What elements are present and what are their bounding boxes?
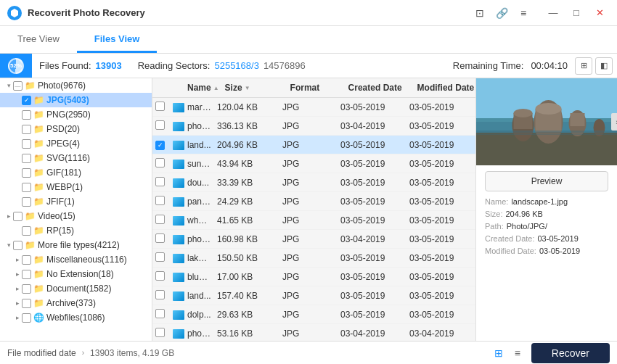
close-button[interactable]: ✕ — [589, 6, 610, 20]
checkbox-more[interactable] — [13, 241, 23, 250]
table-row[interactable]: dolp... 29.63 KB JPG 03-05-2019 03-05-20… — [152, 305, 475, 324]
app-title: Recoverit Photo Recovery — [28, 7, 466, 18]
row-modified: 03-05-2019 — [406, 157, 475, 170]
header-format[interactable]: Format — [287, 81, 346, 94]
header-size[interactable]: Size ▼ — [222, 81, 287, 94]
list-view-button[interactable]: ≡ — [510, 345, 526, 361]
checkbox-png[interactable] — [22, 110, 31, 120]
header-modified[interactable]: Modified Date — [414, 81, 475, 94]
checkbox-psd[interactable] — [22, 125, 31, 134]
row-checkbox[interactable] — [152, 119, 170, 133]
table-row[interactable]: phot... 53.16 KB JPG 03-04-2019 03-04-20… — [152, 324, 475, 341]
tree-item-webp[interactable]: 📁 WEBP(1) — [0, 180, 152, 194]
row-checkbox[interactable] — [152, 270, 170, 284]
tree-item-noext[interactable]: ▸ 📁 No Extension(18) — [0, 267, 152, 281]
tree-item-photo[interactable]: ▾ — 📁 Photo(9676) — [0, 78, 152, 93]
checkbox-jpg[interactable]: ✓ — [22, 96, 31, 105]
globe-icon-web: 🌐 — [33, 313, 44, 323]
tree-item-web[interactable]: ▸ 🌐 Webfiles(1086) — [0, 310, 152, 325]
recover-button[interactable]: Recover — [531, 343, 610, 363]
tb-icon-3[interactable]: ≡ — [515, 5, 531, 21]
row-checkbox[interactable] — [152, 213, 170, 228]
row-format: JPG — [279, 252, 338, 265]
tree-item-more[interactable]: ▾ 📁 More file types(4212) — [0, 238, 152, 252]
tree-item-doc[interactable]: ▸ 📁 Document(1582) — [0, 281, 152, 296]
tree-item-video[interactable]: ▸ 📁 Video(15) — [0, 209, 152, 223]
row-created: 03-05-2019 — [338, 289, 406, 302]
checkbox-web[interactable] — [22, 313, 31, 323]
row-checkbox[interactable] — [152, 307, 170, 322]
row-checkbox[interactable]: ✓ — [152, 138, 170, 152]
checkbox-misc[interactable] — [22, 255, 31, 265]
table-row[interactable]: whal... 41.65 KB JPG 03-05-2019 03-05-20… — [152, 211, 475, 230]
row-checkbox[interactable] — [152, 194, 170, 209]
checkbox-gif[interactable] — [22, 168, 31, 178]
row-created: 03-04-2019 — [338, 327, 406, 340]
file-modified-filter[interactable]: File modified date — [7, 348, 76, 358]
tab-tree-view[interactable]: Tree View — [0, 26, 77, 53]
filter-chevron-icon[interactable]: › — [82, 349, 84, 357]
table-row[interactable]: phot... 160.98 KB JPG 03-04-2019 03-05-2… — [152, 230, 475, 249]
table-row[interactable]: land... 157.40 KB JPG 03-05-2019 03-05-2… — [152, 286, 475, 305]
row-created: 03-05-2019 — [338, 101, 406, 114]
tree-item-png[interactable]: 📁 PNG(2950) — [0, 107, 152, 122]
tree-label-gif: GIF(181) — [46, 167, 81, 178]
checkbox-rp[interactable] — [22, 226, 31, 236]
folder-icon-archive: 📁 — [33, 298, 44, 308]
checkbox-webp[interactable] — [22, 183, 31, 192]
tree-item-rp[interactable]: 📁 RP(15) — [0, 223, 152, 238]
tree-item-gif[interactable]: 📁 GIF(181) — [0, 165, 152, 180]
row-modified: 03-05-2019 — [406, 252, 475, 265]
row-checkbox[interactable] — [152, 251, 170, 265]
maximize-button[interactable]: □ — [566, 6, 587, 20]
row-modified: 03-05-2019 — [406, 195, 475, 208]
grid-view-button[interactable]: ⊞ — [491, 345, 507, 361]
tree-item-psd[interactable]: 📁 PSD(20) — [0, 122, 152, 136]
row-modified: 03-05-2019 — [406, 289, 475, 302]
tree-item-jpg[interactable]: ✓ 📁 JPG(5403) — [0, 93, 152, 107]
row-checkbox[interactable] — [152, 326, 170, 341]
table-row[interactable]: lake.... 150.50 KB JPG 03-05-2019 03-05-… — [152, 249, 475, 268]
row-checkbox[interactable] — [152, 100, 170, 115]
row-checkbox[interactable] — [152, 175, 170, 190]
topbar-icon-1[interactable]: ⊞ — [575, 57, 592, 75]
checkbox-video[interactable] — [13, 212, 23, 221]
table-row[interactable]: mari... 120.04 KB JPG 03-05-2019 03-05-2… — [152, 98, 475, 117]
checkbox-archive[interactable] — [22, 299, 31, 308]
checkbox-jpeg[interactable] — [22, 139, 31, 149]
table-row[interactable]: dou... 33.39 KB JPG 03-05-2019 03-05-201… — [152, 173, 475, 192]
tree-item-jpeg[interactable]: 📁 JPEG(4) — [0, 136, 152, 151]
tree-item-jfif[interactable]: 📁 JFIF(1) — [0, 194, 152, 209]
row-checkbox[interactable] — [152, 157, 170, 171]
checkbox-photo[interactable]: — — [13, 81, 23, 91]
header-created[interactable]: Created Date — [346, 81, 414, 94]
checkbox-noext[interactable] — [22, 270, 31, 279]
preview-panel: › Preview Name: landscape-1.jpg Size: 20… — [475, 78, 617, 341]
tree-item-misc[interactable]: ▸ 📁 Miscellaneous(1116) — [0, 252, 152, 267]
table-row[interactable]: ✓ land... 204.96 KB JPG 03-05-2019 03-05… — [152, 136, 475, 154]
minimize-button[interactable]: — — [543, 6, 563, 20]
checkbox-svg[interactable] — [22, 154, 31, 163]
table-row[interactable]: phot... 336.13 KB JPG 03-04-2019 03-05-2… — [152, 117, 475, 136]
tree-label-noext: No Extension(18) — [46, 269, 114, 279]
row-format: JPG — [279, 138, 338, 152]
row-format: JPG — [279, 327, 338, 340]
checkbox-doc[interactable] — [22, 284, 31, 294]
tree-item-archive[interactable]: ▸ 📁 Archive(373) — [0, 296, 152, 310]
preview-button[interactable]: Preview — [485, 171, 608, 191]
table-row[interactable]: pand... 24.29 KB JPG 03-05-2019 03-05-20… — [152, 192, 475, 211]
table-row[interactable]: suns... 43.94 KB JPG 03-05-2019 03-05-20… — [152, 154, 475, 173]
preview-expand-button[interactable]: › — [611, 113, 617, 131]
folder-icon-misc: 📁 — [33, 255, 44, 265]
row-name: phot... — [184, 233, 214, 246]
topbar-icon-2[interactable]: ◧ — [595, 57, 613, 75]
tree-item-svg[interactable]: 📁 SVG(1116) — [0, 151, 152, 165]
tb-icon-1[interactable]: ⊡ — [472, 5, 488, 21]
row-checkbox[interactable] — [152, 232, 170, 247]
table-row[interactable]: blue ... 17.00 KB JPG 03-05-2019 03-05-2… — [152, 268, 475, 286]
tb-icon-2[interactable]: 🔗 — [494, 5, 510, 21]
checkbox-jfif[interactable] — [22, 197, 31, 207]
row-checkbox[interactable] — [152, 289, 170, 303]
tab-files-view[interactable]: Files View — [77, 26, 158, 53]
header-name[interactable]: Name ▲ — [184, 81, 222, 94]
